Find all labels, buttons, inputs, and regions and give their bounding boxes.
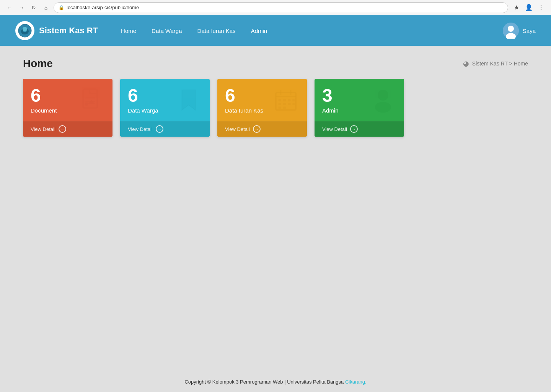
card-admin-count: 3 xyxy=(322,87,339,105)
cards-row: 6 Document View Detail → xyxy=(23,79,528,137)
address-bar[interactable]: 🔒 localhost/e-arsip-ci4/public/home xyxy=(54,2,508,13)
footer-link[interactable]: Cikarang. xyxy=(345,379,367,385)
url-text: localhost/e-arsip-ci4/public/home xyxy=(67,5,139,10)
card-data-warga-view-detail: View Detail xyxy=(128,126,153,132)
menu-button[interactable]: ⋮ xyxy=(536,2,546,13)
card-data-iuran-kas-info: 6 Data Iuran Kas xyxy=(225,87,263,114)
svg-rect-15 xyxy=(283,99,286,101)
star-button[interactable]: ★ xyxy=(511,2,522,13)
page-title: Home xyxy=(23,57,53,70)
profile-button[interactable]: 👤 xyxy=(523,2,534,13)
nav-home[interactable]: Home xyxy=(113,24,144,37)
dashboard-icon: ◕ xyxy=(463,59,469,68)
card-data-warga-footer[interactable]: View Detail → xyxy=(120,121,210,137)
arrow-circle-document: → xyxy=(59,125,66,133)
svg-rect-16 xyxy=(288,99,290,101)
footer-text: Copyright © Kelompok 3 Pemrograman Web |… xyxy=(184,379,345,385)
bookmark-icon xyxy=(175,87,202,113)
document-icon xyxy=(78,87,105,113)
card-admin-view-detail: View Detail xyxy=(322,126,347,132)
card-document-view-detail: View Detail xyxy=(31,126,55,132)
card-data-iuran-kas-label: Data Iuran Kas xyxy=(225,107,263,114)
card-data-warga-info: 6 Data Warga xyxy=(128,87,158,114)
svg-point-4 xyxy=(508,26,514,32)
card-data-warga-label: Data Warga xyxy=(128,107,158,114)
arrow-circle-data-iuran-kas: → xyxy=(253,125,261,133)
card-document-body: 6 Document xyxy=(23,79,112,121)
calendar-icon xyxy=(272,87,299,113)
navbar: Sistem Kas RT Home Data Warga Data Iuran… xyxy=(0,15,551,46)
card-admin-label: Admin xyxy=(322,107,339,114)
page-footer: Copyright © Kelompok 3 Pemrograman Web |… xyxy=(0,373,551,391)
svg-point-9 xyxy=(85,102,88,106)
card-data-warga-body: 6 Data Warga xyxy=(120,79,210,121)
card-admin: 3 Admin View Detail → xyxy=(315,79,404,137)
card-document-footer[interactable]: View Detail → xyxy=(23,121,112,137)
nav-data-warga[interactable]: Data Warga xyxy=(144,24,189,37)
navbar-nav: Home Data Warga Data Iuran Kas Admin xyxy=(113,24,503,37)
main-content: Home ◕ Sistem Kas RT > Home 6 Document xyxy=(0,46,551,373)
forward-button[interactable]: → xyxy=(17,3,26,12)
brand-title: Sistem Kas RT xyxy=(39,26,98,36)
arrow-circle-data-warga: → xyxy=(156,125,163,133)
card-data-warga-count: 6 xyxy=(128,87,158,105)
lock-icon: 🔒 xyxy=(59,5,64,10)
card-document: 6 Document View Detail → xyxy=(23,79,112,137)
card-document-info: 6 Document xyxy=(31,87,57,114)
page-header: Home ◕ Sistem Kas RT > Home xyxy=(23,57,528,70)
card-document-label: Document xyxy=(31,107,57,114)
card-data-warga: 6 Data Warga View Detail → xyxy=(120,79,210,137)
nav-data-iuran-kas[interactable]: Data Iuran Kas xyxy=(190,24,243,37)
card-data-iuran-kas-footer[interactable]: View Detail → xyxy=(217,121,307,137)
svg-rect-22 xyxy=(279,107,281,109)
navbar-user[interactable]: Saya xyxy=(503,23,536,39)
svg-rect-19 xyxy=(283,103,286,105)
card-data-iuran-kas-body: 6 Data Iuran Kas xyxy=(217,79,307,121)
reload-button[interactable]: ↻ xyxy=(29,3,38,12)
arrow-circle-admin: → xyxy=(350,125,358,133)
navbar-brand[interactable]: Sistem Kas RT xyxy=(15,21,98,40)
card-admin-footer[interactable]: View Detail → xyxy=(315,121,404,137)
svg-rect-18 xyxy=(279,103,281,105)
card-document-count: 6 xyxy=(31,87,57,105)
svg-point-24 xyxy=(378,90,388,101)
card-admin-body: 3 Admin xyxy=(315,79,404,121)
svg-point-25 xyxy=(375,102,391,113)
user-icon xyxy=(370,87,396,113)
back-button[interactable]: ← xyxy=(5,3,14,12)
card-data-iuran-kas-view-detail: View Detail xyxy=(225,126,250,132)
breadcrumb-text: Sistem Kas RT > Home xyxy=(472,60,528,67)
card-data-iuran-kas: 6 Data Iuran Kas xyxy=(217,79,307,137)
brand-logo xyxy=(15,21,34,40)
svg-point-2 xyxy=(23,27,27,31)
card-admin-info: 3 Admin xyxy=(322,87,339,114)
svg-rect-17 xyxy=(293,99,295,101)
breadcrumb: ◕ Sistem Kas RT > Home xyxy=(463,59,528,68)
svg-rect-23 xyxy=(283,107,286,109)
user-label: Saya xyxy=(523,28,536,34)
browser-chrome: ← → ↻ ⌂ 🔒 localhost/e-arsip-ci4/public/h… xyxy=(0,0,551,15)
browser-actions: ★ 👤 ⋮ xyxy=(511,2,546,13)
home-button[interactable]: ⌂ xyxy=(41,3,51,12)
svg-rect-14 xyxy=(279,99,281,101)
nav-admin[interactable]: Admin xyxy=(243,24,275,37)
svg-rect-21 xyxy=(293,103,295,105)
card-data-iuran-kas-count: 6 xyxy=(225,87,263,105)
svg-rect-20 xyxy=(288,103,290,105)
user-avatar xyxy=(503,23,519,39)
